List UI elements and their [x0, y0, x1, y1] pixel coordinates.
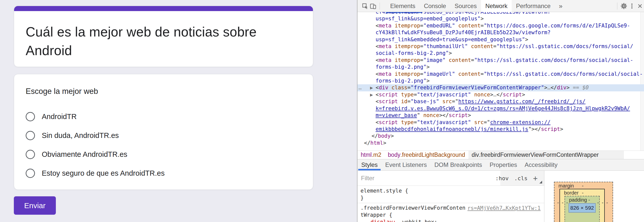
form-title: Cuál es la mejor web de noticias sobre A… — [14, 11, 313, 60]
code-line[interactable]: social-forms-big-2.png"> — [357, 50, 644, 57]
pseudo-state-toggle[interactable]: :hov — [495, 175, 509, 181]
breadcrumb-item-div[interactable]: div.freebirdFormviewerViewFormContentWra… — [468, 151, 624, 159]
code-line[interactable]: <meta itemprop="thumbnailUrl" content="h… — [357, 43, 644, 50]
styles-pane: :hov .cls + element.style { } rs=AMjVe6h… — [357, 171, 544, 222]
disclosure-arrow-icon[interactable]: ▶ — [370, 92, 373, 98]
margin-label: margin — [558, 183, 574, 189]
tab-elements[interactable]: Elements — [386, 0, 420, 12]
code-line[interactable]: emikbbbebcdfohonlaifafnoanocnebl/js/mine… — [357, 126, 644, 133]
css-declaration[interactable]: display: -webkit-box; — [360, 218, 541, 222]
code-line[interactable]: <script id="base-js" src="https://www.gs… — [357, 98, 644, 105]
margin-left-value[interactable]: - — [557, 200, 559, 206]
styles-filter-input[interactable] — [357, 171, 500, 186]
google-form-page: Cuál es la mejor web de noticias sobre A… — [0, 0, 357, 222]
breadcrumb: html.m2body.freebirdLightBackgrounddiv.f… — [357, 151, 644, 159]
code-line[interactable]: usp=sf_link&embedded=true&usp=embed_goog… — [357, 36, 644, 43]
toolbar-separator — [380, 3, 380, 10]
stylesheet-source-link[interactable]: rs=AMjVe6h7…KxKpt1YTw:1 — [467, 205, 541, 212]
sidebar-tab-dom-breakpoints[interactable]: DOM Breakpoints — [431, 159, 486, 170]
code-line[interactable]: m=viewer_base" nonce></script> — [357, 112, 644, 119]
code-line[interactable]: </html> — [357, 140, 644, 146]
submit-button[interactable]: Enviar — [14, 196, 56, 215]
sidebar-tab-styles[interactable]: Styles — [357, 159, 381, 170]
settings-gear-icon[interactable] — [620, 0, 628, 12]
padding-right-value[interactable]: - — [597, 200, 599, 206]
radio-button-icon[interactable] — [26, 112, 35, 121]
code-line[interactable]: …▶<div class="freebirdFormviewerViewForm… — [357, 84, 644, 91]
device-toolbar-icon[interactable] — [369, 0, 377, 12]
code-line[interactable]: <meta itemprop="imageUrl" content="https… — [357, 71, 644, 78]
padding-label: padding — [569, 197, 587, 203]
code-line[interactable]: forms-big-2.png"> — [357, 78, 644, 84]
css-rules: element.style { } rs=AMjVe6h7…KxKpt1YTw:… — [357, 186, 544, 222]
form-accent-bar — [14, 6, 313, 11]
screen: Cuál es la mejor web de noticias sobre A… — [0, 0, 644, 222]
toolbar-separator — [617, 3, 617, 10]
tab-console[interactable]: Console — [420, 0, 450, 12]
code-line[interactable]: <meta itemprop="embedURL" content="https… — [357, 22, 644, 29]
radio-option[interactable]: Obviamente AndroidTR.es — [26, 150, 313, 159]
more-tabs-chevron[interactable]: » — [555, 0, 567, 12]
code-line[interactable]: <meta itemprop="image" content="https://… — [357, 57, 644, 64]
breadcrumb-item-html[interactable]: html.m2 — [357, 151, 385, 159]
radio-option[interactable]: Estoy seguro de que es AndroidTR.es — [26, 169, 313, 178]
devtools-toolbar: ElementsConsoleSourcesNetworkPerformance… — [357, 0, 644, 12]
options-list: AndroidTRSin duda, AndroidTR.esObviament… — [14, 96, 313, 178]
code-line[interactable]: <script type="text/javascript" src="chro… — [357, 119, 644, 126]
sidebar-tab-event-listeners[interactable]: Event Listeners — [381, 159, 430, 170]
box-model-pane: margin- border- padding - 826 × 592 - - … — [545, 171, 644, 222]
resize-corner-icon — [539, 181, 542, 183]
sidebar-tabs: StylesEvent ListenersDOM BreakpointsProp… — [357, 159, 644, 171]
code-line[interactable]: </body> — [357, 133, 644, 139]
padding-top-value[interactable]: - — [588, 197, 590, 203]
wrapper-style-rule[interactable]: rs=AMjVe6h7…KxKpt1YTw:1 .freebirdFormvie… — [357, 203, 544, 222]
radio-option[interactable]: Sin duda, AndroidTR.es — [26, 131, 313, 140]
toolbar-right — [615, 0, 644, 12]
rule-selector: element.style — [360, 188, 402, 194]
close-devtools-icon[interactable] — [636, 0, 644, 12]
devtools-tabs: ElementsConsoleSourcesNetworkPerformance — [386, 0, 555, 12]
code-line[interactable]: cY43kBtlfwLdkFYsuBeu8_DzPJuf40EjrAIBLEb5… — [357, 12, 644, 15]
sidebar-tab-properties[interactable]: Properties — [486, 159, 521, 170]
radio-option[interactable]: AndroidTR — [26, 112, 313, 121]
border-top-value[interactable]: - — [582, 190, 584, 196]
kebab-menu-icon[interactable] — [628, 0, 636, 12]
radio-button-icon[interactable] — [26, 131, 35, 140]
code-line[interactable]: forms-big-2.png"> — [357, 64, 644, 70]
styles-filter-controls: :hov .cls + — [495, 171, 538, 186]
box-model-content[interactable]: 826 × 592 — [569, 203, 596, 213]
border-right-value[interactable]: - — [602, 200, 603, 206]
breadcrumb-item-body[interactable]: body.freebirdLightBackground — [385, 151, 468, 159]
padding-left-value[interactable]: - — [566, 200, 568, 206]
option-label[interactable]: Sin duda, AndroidTR.es — [42, 131, 119, 140]
element-style-rule[interactable]: element.style { } — [357, 186, 544, 203]
tab-sources[interactable]: Sources — [450, 0, 481, 12]
margin-right-value[interactable]: - — [606, 200, 608, 206]
tab-performance[interactable]: Performance — [512, 0, 555, 12]
radio-button-icon[interactable] — [26, 169, 35, 178]
border-left-value[interactable]: - — [562, 200, 564, 206]
ellipsis-gutter[interactable]: … — [358, 84, 362, 91]
box-model-padding: padding - 826 × 592 — [565, 196, 600, 222]
form-question-card: Escoge la mejor web AndroidTRSin duda, A… — [14, 74, 313, 190]
code-line[interactable]: usp=sf_link&usp=embed_googleplus"> — [357, 15, 644, 22]
inspect-element-icon[interactable] — [361, 0, 369, 12]
disclosure-arrow-icon[interactable]: ▶ — [370, 85, 373, 91]
option-label[interactable]: AndroidTR — [42, 113, 77, 121]
styles-sidebar: :hov .cls + element.style { } rs=AMjVe6h… — [357, 171, 644, 222]
class-toggle[interactable]: .cls — [514, 175, 528, 181]
margin-top-value[interactable]: - — [582, 183, 584, 189]
devtools-panel: ElementsConsoleSourcesNetworkPerformance… — [357, 0, 644, 222]
styles-filter-row: :hov .cls + — [357, 171, 544, 186]
code-line[interactable]: ▶<script type="text/javascript" nonce>…<… — [357, 91, 644, 98]
tab-network[interactable]: Network — [481, 0, 512, 12]
form-title-card: Cuál es la mejor web de noticias sobre A… — [14, 6, 313, 67]
radio-button-icon[interactable] — [26, 150, 35, 159]
code-line[interactable]: cY43kBllfwLdkFYsuBeu8_DzPJuf40EjrAIBLEb5… — [357, 29, 644, 36]
new-style-rule-button[interactable]: + — [533, 174, 538, 183]
dom-tree: cY43kBtlfwLdkFYsuBeu8_DzPJuf40EjrAIBLEb5… — [357, 12, 644, 151]
code-line[interactable]: k=freebird.v.es.Bwwu0ScW6_s.O/d=1/ct=zgm… — [357, 105, 644, 112]
option-label[interactable]: Obviamente AndroidTR.es — [42, 150, 127, 159]
option-label[interactable]: Estoy seguro de que es AndroidTR.es — [42, 169, 165, 177]
sidebar-tab-accessibility[interactable]: Accessibility — [521, 159, 561, 170]
